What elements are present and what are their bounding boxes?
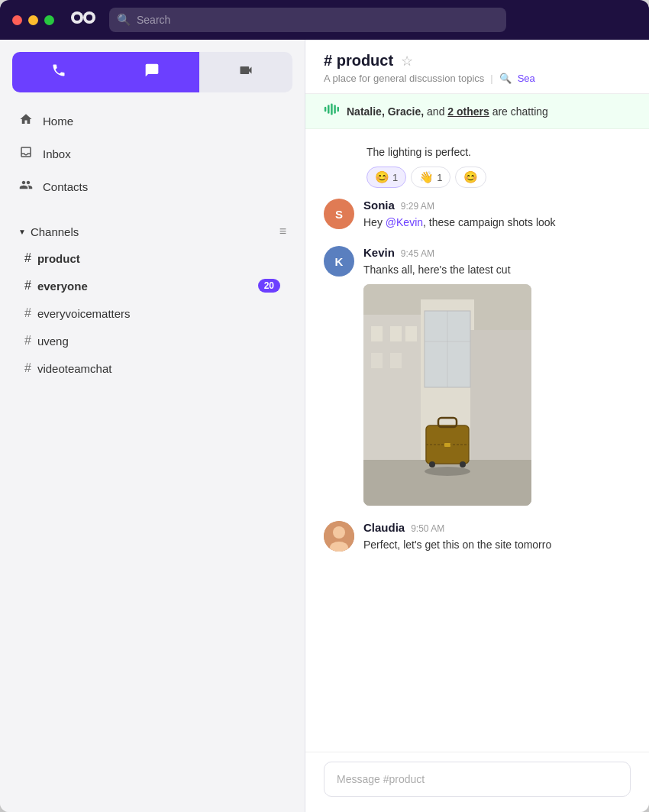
- maximize-button[interactable]: [44, 15, 54, 25]
- active-chat-users: Natalie, Gracie, and 2 others are chatti…: [347, 105, 548, 118]
- svg-point-3: [86, 15, 92, 21]
- reaction-count-1: 1: [392, 172, 398, 183]
- divider: |: [490, 73, 492, 84]
- app-logo: [69, 7, 97, 33]
- traffic-lights: [12, 15, 54, 25]
- active-user-names: Natalie, Gracie,: [347, 105, 424, 118]
- contacts-label: Contacts: [43, 180, 88, 193]
- svg-rect-4: [324, 107, 327, 112]
- others-link[interactable]: 2 others: [447, 105, 489, 118]
- svg-rect-29: [444, 443, 450, 447]
- channel-item-videoteamchat[interactable]: # videoteamchat: [6, 354, 299, 382]
- reaction-count-2: 1: [437, 172, 442, 183]
- titlebar: 🔍: [0, 0, 649, 40]
- star-icon[interactable]: ☆: [401, 53, 413, 70]
- search-icon-chat: 🔍: [499, 73, 512, 84]
- sidebar-item-home[interactable]: Home: [0, 105, 305, 137]
- chat-area: # product ☆ A place for general discussi…: [305, 40, 649, 812]
- svg-rect-8: [337, 107, 340, 112]
- emoji-smile: 😊: [375, 170, 389, 184]
- unread-badge-everyone: 20: [258, 279, 280, 293]
- message-kevin: K Kevin 9:45 AM Thanks all, here's the l…: [305, 238, 649, 513]
- sidebar-item-inbox[interactable]: Inbox: [0, 137, 305, 170]
- sender-kevin: Kevin: [363, 246, 395, 259]
- close-button[interactable]: [12, 15, 22, 25]
- home-label: Home: [43, 115, 73, 128]
- svg-rect-13: [371, 326, 383, 341]
- hash-icon: #: [24, 306, 31, 320]
- inbox-label: Inbox: [43, 147, 71, 160]
- svg-rect-5: [328, 105, 330, 114]
- video-button[interactable]: [199, 52, 292, 92]
- message-input[interactable]: Message #product: [324, 762, 631, 797]
- message-content-claudia: Claudia 9:50 AM Perfect, let's get this …: [363, 521, 631, 553]
- message-placeholder: Message #product: [337, 773, 425, 785]
- message-text-kevin: Thanks all, here's the latest cut: [363, 262, 631, 278]
- message-text-lighting: The lighting is perfect.: [366, 144, 631, 160]
- time-claudia: 9:50 AM: [411, 523, 444, 534]
- message-header-sonia: Sonia 9:29 AM: [363, 199, 631, 212]
- message-content-sonia: Sonia 9:29 AM Hey @Kevin, these campaign…: [363, 199, 631, 231]
- emoji-wave: 👋: [419, 170, 434, 184]
- channel-name-videoteamchat: videoteamchat: [37, 362, 112, 375]
- reactions-lighting: 😊 1 👋 1 😊: [366, 167, 631, 188]
- waveform-icon: [324, 102, 339, 121]
- message-text-claudia: Perfect, let's get this on the site tomo…: [363, 537, 631, 553]
- sender-claudia: Claudia: [363, 521, 405, 534]
- channel-list: # product # everyone 20 # everyvoicematt…: [0, 244, 305, 382]
- chat-header: # product ☆ A place for general discussi…: [305, 40, 649, 94]
- channels-menu-icon[interactable]: ≡: [279, 225, 286, 238]
- hash-icon: #: [24, 334, 31, 348]
- sender-sonia: Sonia: [363, 199, 395, 212]
- svg-rect-14: [390, 326, 402, 341]
- active-chat-banner: Natalie, Gracie, and 2 others are chatti…: [305, 94, 649, 129]
- svg-rect-16: [371, 353, 383, 368]
- message-claudia: Claudia 9:50 AM Perfect, let's get this …: [305, 513, 649, 561]
- svg-point-28: [460, 461, 466, 467]
- message-header-claudia: Claudia 9:50 AM: [363, 521, 631, 534]
- chat-title-row: # product ☆: [324, 52, 631, 70]
- svg-point-27: [429, 461, 435, 467]
- reaction-smile-add[interactable]: 😊: [455, 167, 486, 188]
- channels-chevron-icon: ▼: [18, 228, 26, 236]
- channel-item-uveng[interactable]: # uveng: [6, 327, 299, 354]
- avatar-kevin: K: [324, 246, 354, 277]
- emoji-smile-add: 😊: [463, 170, 478, 184]
- main-content: Home Inbox Contact: [0, 40, 649, 812]
- svg-point-2: [74, 15, 80, 21]
- message-content-kevin: Kevin 9:45 AM Thanks all, here's the lat…: [363, 246, 631, 506]
- hash-icon: #: [24, 361, 31, 375]
- message-text-sonia: Hey @Kevin, these campaign shots look: [363, 215, 631, 231]
- minimize-button[interactable]: [28, 15, 38, 25]
- chat-button[interactable]: [105, 52, 199, 92]
- channel-item-everyone[interactable]: # everyone 20: [6, 272, 299, 299]
- message-input-area: Message #product: [305, 752, 649, 812]
- contacts-icon: [18, 178, 34, 196]
- sidebar-item-contacts[interactable]: Contacts: [0, 170, 305, 203]
- reaction-smile-active[interactable]: 😊 1: [366, 167, 406, 188]
- reaction-wave[interactable]: 👋 1: [411, 167, 450, 188]
- hash-icon: #: [24, 251, 31, 265]
- svg-rect-17: [390, 353, 402, 368]
- search-input[interactable]: [109, 8, 506, 32]
- message-image-kevin: [363, 284, 531, 506]
- mention-kevin: @Kevin: [386, 216, 423, 228]
- chat-subtitle-row: A place for general discussion topics | …: [324, 73, 631, 84]
- messages-area[interactable]: The lighting is perfect. 😊 1 👋 1 😊: [305, 129, 649, 752]
- time-kevin: 9:45 AM: [401, 248, 434, 259]
- inbox-icon: [18, 145, 34, 163]
- channel-item-everyvoicematters[interactable]: # everyvoicematters: [6, 299, 299, 327]
- svg-rect-15: [405, 326, 417, 341]
- chat-icon: [144, 63, 160, 82]
- channel-name-everyone: everyone: [37, 280, 88, 293]
- svg-point-22: [425, 467, 470, 476]
- svg-rect-6: [331, 104, 333, 115]
- channels-section-header: ▼ Channels ≡: [0, 215, 305, 244]
- channel-name-everyvoicematters: everyvoicematters: [37, 307, 131, 320]
- channel-item-product[interactable]: # product: [6, 244, 299, 272]
- channel-title: # product: [324, 52, 393, 70]
- message-lighting: The lighting is perfect. 😊 1 👋 1 😊: [305, 141, 649, 191]
- chat-search-link[interactable]: Sea: [518, 73, 535, 84]
- phone-button[interactable]: [12, 52, 105, 92]
- channel-name-uveng: uveng: [37, 335, 69, 348]
